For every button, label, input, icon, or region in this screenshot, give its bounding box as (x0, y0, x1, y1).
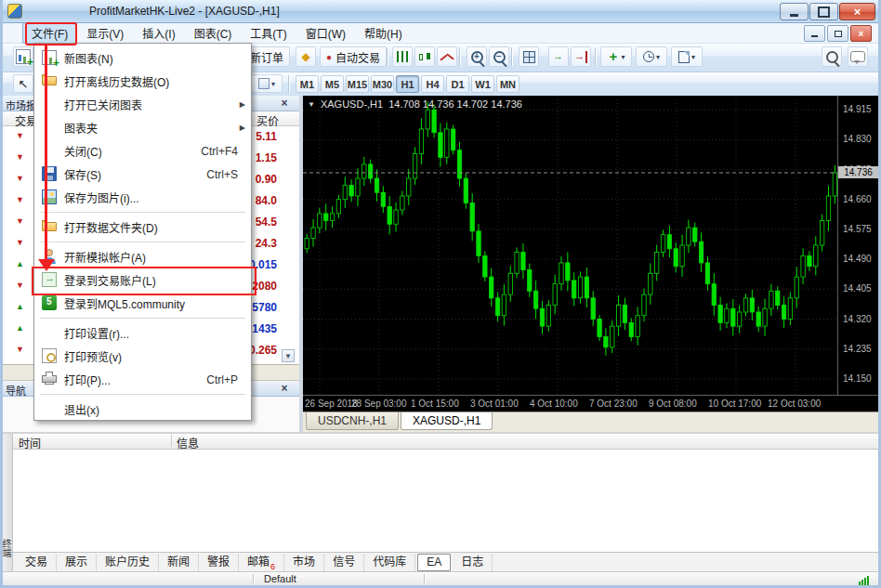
terminal-tab-8[interactable]: 信号 (324, 554, 364, 571)
timeframe-h4-button[interactable]: H4 (421, 75, 444, 93)
child-restore-button[interactable] (827, 25, 848, 42)
timeframe-h1-button[interactable]: H1 (396, 75, 419, 93)
file-menu-item-16[interactable]: 打印(P)...Ctrl+P (34, 368, 251, 391)
scroll-down-button[interactable]: ▼ (282, 349, 295, 362)
status-bar: Default (0, 571, 881, 585)
terminal-tab-6[interactable]: 邮箱6 (239, 554, 284, 571)
timeframe-m30-button[interactable]: M30 (371, 75, 394, 93)
file-menu-item-2[interactable]: 打开已关闭图表▶ (34, 93, 251, 116)
file-menu-item-11[interactable]: 登录到交易账户(L) (34, 268, 251, 292)
chart-tab-2[interactable]: XAGUSD-,H1 (401, 412, 493, 430)
price-cell: 2080 (252, 280, 277, 293)
terminal-tab-5[interactable]: 警报 (199, 554, 239, 571)
chat-button[interactable] (848, 46, 868, 67)
chart-tools-icon (258, 78, 270, 89)
file-menu-item-4[interactable]: 关闭(C)Ctrl+F4 (34, 139, 251, 163)
indicators-button[interactable]: ▾ (600, 46, 632, 67)
file-menu-item-15[interactable]: 打印预览(v) (34, 345, 251, 368)
child-minimize-button[interactable] (804, 25, 825, 42)
menu-item-4[interactable]: 图表(C) (185, 22, 242, 44)
terminal-tab-7[interactable]: 市场 (284, 554, 324, 571)
timeframe-m5-button[interactable]: M5 (321, 75, 344, 93)
time-axis-label: 7 Oct 23:00 (589, 399, 638, 409)
price-axis[interactable]: 14.91514.83014.74514.66014.57514.49014.4… (837, 96, 878, 395)
chart-shift-button[interactable] (571, 46, 591, 67)
price-axis-label: 14.575 (843, 224, 872, 234)
chart-plot[interactable] (303, 96, 837, 395)
terminal-tab-bar: 交易展示账户历史新闻警报邮箱6市场信号代码库EA日志 (13, 552, 881, 571)
child-close-button[interactable]: × (850, 25, 872, 42)
auto-scroll-button[interactable] (548, 46, 569, 67)
tile-windows-button[interactable] (519, 46, 539, 67)
file-menu-item-10[interactable]: 开新模拟帐户(A) (34, 245, 251, 268)
line-chart-icon (440, 51, 454, 62)
terminal-tab-4[interactable]: 新闻 (159, 554, 199, 571)
close-market-watch-button[interactable]: × (279, 97, 290, 110)
terminal-tab-9[interactable]: 代码库 (364, 554, 415, 571)
file-menu-item-18[interactable]: 退出(x) (34, 398, 251, 421)
file-menu-item-1[interactable]: 打开离线历史数据(O) (34, 70, 251, 93)
zoom-in-button[interactable]: + (467, 46, 487, 67)
search-button[interactable] (822, 46, 842, 67)
terminal-tab-10[interactable]: EA (417, 554, 451, 571)
minimize-button[interactable] (780, 3, 809, 20)
search-icon (826, 51, 838, 63)
close-button[interactable]: × (839, 3, 875, 20)
menu-item-2[interactable]: 显示(V) (77, 22, 133, 44)
file-menu-item-5[interactable]: 保存(S)Ctrl+S (34, 163, 251, 186)
quick-nav-icon[interactable]: ▼ (308, 100, 315, 109)
menu-item-7[interactable]: 帮助(H) (355, 22, 412, 44)
tile-windows-icon (523, 51, 535, 63)
timeframe-m15-button[interactable]: M15 (346, 75, 369, 93)
connection-signal-icon (859, 574, 870, 585)
tick-up-icon: ▲ (16, 302, 24, 311)
file-menu-item-0[interactable]: 新图表(N) (34, 46, 251, 70)
time-axis[interactable]: 26 Sep 201828 Sep 03:001 Oct 15:003 Oct … (303, 395, 878, 412)
tick-up-icon: ▲ (16, 323, 24, 333)
file-menu-item-3[interactable]: 图表夹▶ (34, 116, 251, 139)
zoom-out-button[interactable]: − (489, 46, 509, 67)
file-menu-item-6[interactable]: 保存为图片(i)... (34, 186, 251, 209)
candlestick-chart-button[interactable] (414, 46, 435, 67)
line-chart-button[interactable] (437, 46, 457, 67)
tab-label: 代码库 (373, 555, 406, 568)
menu-item-5[interactable]: 工具(T) (241, 22, 296, 44)
indicators-icon (607, 51, 619, 63)
chart-tab-1[interactable]: USDCNH-,H1 (306, 412, 399, 430)
terminal-tab-2[interactable]: 展示 (57, 554, 97, 571)
terminal-tab-1[interactable]: 交易 (17, 554, 57, 571)
cursor-button[interactable]: ↖ (13, 74, 33, 93)
menu-item-label: 退出(x) (64, 401, 99, 417)
price-cell: 5780 (252, 301, 277, 314)
maximize-button[interactable] (809, 3, 838, 20)
menu-item-1[interactable]: 文件(F) (22, 22, 77, 44)
close-navigator-button[interactable]: × (279, 382, 290, 395)
file-menu-item-14[interactable]: 打印设置(r)... (34, 321, 251, 345)
templates-button[interactable]: ▾ (671, 46, 703, 67)
chart-tools-button[interactable]: ▾ (251, 74, 283, 93)
timeframe-m1-button[interactable]: M1 (296, 75, 319, 93)
tab-label: 警报 (207, 555, 230, 568)
new-chart-button[interactable] (13, 46, 33, 67)
mql5-market-button[interactable]: ◆ (296, 46, 316, 67)
printer-icon (42, 375, 57, 383)
price-axis-label: 14.915 (843, 104, 872, 114)
price-axis-label: 14.490 (843, 254, 872, 264)
menu-item-6[interactable]: 窗口(W) (296, 22, 355, 44)
timeframe-w1-button[interactable]: W1 (471, 75, 494, 93)
terminal-tab-3[interactable]: 账户历史 (97, 554, 159, 571)
file-menu-item-8[interactable]: 打开数据文件夹(D) (34, 216, 251, 239)
autotrade-label: 自动交易 (335, 49, 380, 65)
periods-button[interactable]: ▾ (636, 46, 667, 67)
bar-chart-button[interactable] (392, 46, 413, 67)
autotrade-button[interactable]: ●自动交易 (320, 46, 387, 67)
tab-label: 日志 (461, 555, 483, 568)
menu-item-3[interactable]: 插入(I) (133, 22, 184, 44)
timeframe-d1-button[interactable]: D1 (446, 75, 469, 93)
file-menu-item-12[interactable]: 登录到MQL5.community (34, 292, 251, 315)
time-axis-label: 10 Oct 17:00 (708, 399, 761, 409)
tick-down-icon: ▼ (16, 345, 24, 354)
timeframe-mn-button[interactable]: MN (496, 75, 519, 93)
terminal-tab-11[interactable]: 日志 (453, 554, 493, 571)
price-axis-label: 14.405 (843, 283, 872, 294)
